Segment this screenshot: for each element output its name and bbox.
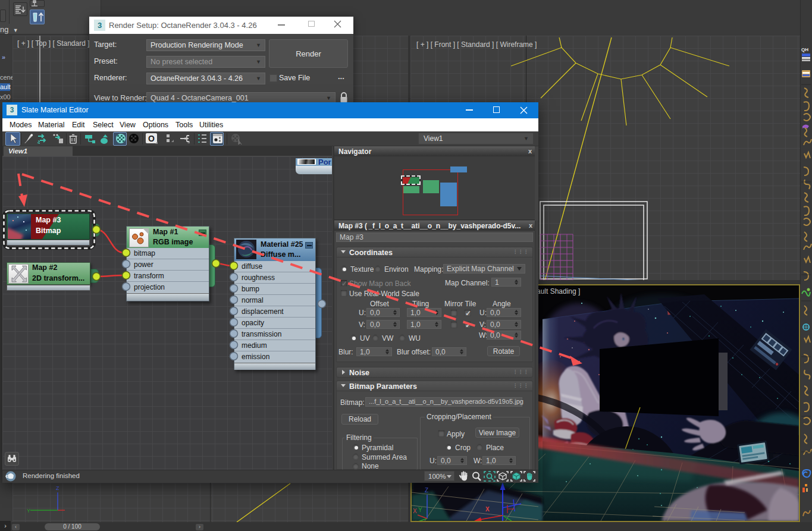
svg-text:Z: Z [56,485,59,491]
svg-text:Y: Y [27,508,30,514]
svg-text:X: X [413,508,417,514]
svg-text:Z: Z [425,487,428,494]
svg-text:X: X [485,506,490,513]
svg-text:QH: QH [801,47,808,52]
svg-text:Y: Y [418,507,422,513]
svg-text:O: O [148,134,155,143]
